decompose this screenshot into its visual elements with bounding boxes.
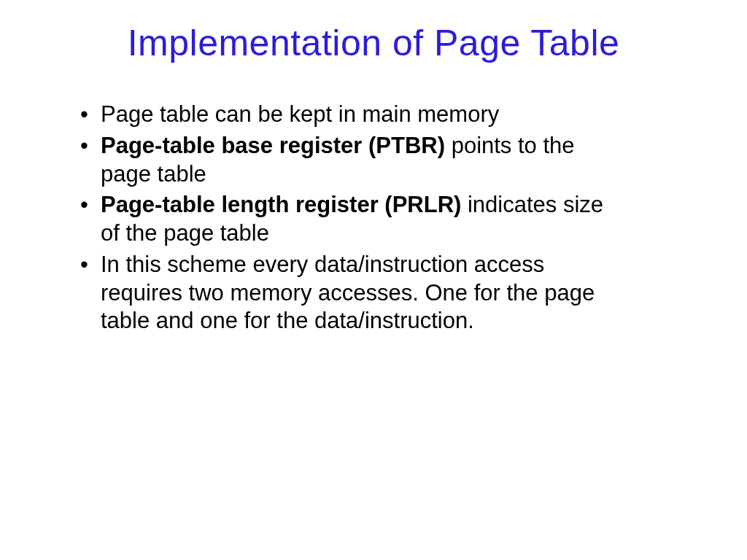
bullet-list: Page table can be kept in main memory Pa… [80,101,608,335]
slide-content: Page table can be kept in main memory Pa… [51,101,696,335]
bullet-item: Page-table length register (PRLR) indica… [80,191,608,248]
slide-title: Implementation of Page Table [51,22,696,64]
bullet-item: Page-table base register (PTBR) points t… [80,132,608,189]
bullet-item: In this scheme every data/instruction ac… [80,251,608,335]
bullet-bold-text: Page-table base register (PTBR) [101,133,445,158]
bullet-bold-text: Page-table length register (PRLR) [101,192,461,217]
bullet-item: Page table can be kept in main memory [80,101,608,129]
